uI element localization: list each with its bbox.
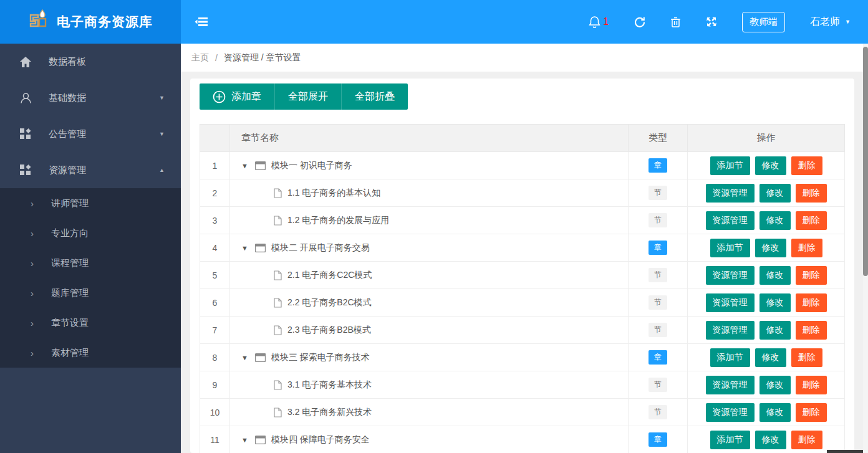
chapter-name: 3.1 电子商务基本技术 — [287, 379, 372, 391]
chapter-window-icon — [255, 244, 266, 252]
sidebar-item-lecturer-mgmt[interactable]: › 讲师管理 — [0, 188, 181, 218]
sidebar-item-basic-data[interactable]: 基础数据 ▼ — [0, 80, 181, 116]
edit-button[interactable]: 修改 — [760, 184, 791, 203]
delete-button[interactable]: 删除 — [796, 184, 827, 203]
delete-button[interactable]: 删除 — [791, 431, 822, 449]
table-row: 7 2.3 电子商务B2B模式 节 资 — [200, 317, 845, 344]
section-file-icon — [274, 216, 282, 226]
resource-manage-button[interactable]: 资源管理 — [706, 376, 755, 394]
user-icon — [19, 92, 32, 104]
horizontal-scrollbar-thumb[interactable] — [827, 450, 863, 453]
sidebar-item-chapter-settings[interactable]: › 章节设置 — [0, 308, 181, 338]
app-logo: 电子商务资源库 — [0, 0, 181, 44]
expand-all-button[interactable]: 全部展开 — [274, 83, 341, 110]
edit-button[interactable]: 修改 — [760, 321, 791, 340]
vertical-scrollbar[interactable] — [863, 44, 868, 453]
table-row: 5 2.1 电子商务C2C模式 节 资 — [200, 262, 845, 289]
sidebar-item-announcements[interactable]: 公告管理 ▼ — [0, 116, 181, 152]
sub-item-label: 章节设置 — [51, 317, 89, 329]
type-badge: 节 — [649, 378, 667, 392]
chevron-right-icon: › — [31, 258, 34, 269]
sidebar-item-dashboard[interactable]: 数据看板 — [0, 44, 181, 80]
sidebar-item-course-mgmt[interactable]: › 课程管理 — [0, 248, 181, 278]
chapter-window-icon — [255, 436, 266, 444]
header-actions: 1 教 — [589, 0, 868, 44]
resource-manage-button[interactable]: 资源管理 — [706, 211, 755, 230]
add-section-button[interactable]: 添加节 — [710, 431, 750, 449]
resource-manage-button[interactable]: 资源管理 — [706, 184, 755, 203]
delete-button[interactable]: 删除 — [796, 403, 827, 422]
chapter-window-icon — [255, 353, 266, 362]
edit-button[interactable]: 修改 — [755, 431, 786, 449]
delete-button[interactable]: 删除 — [791, 348, 822, 367]
row-actions: 资源管理修改删除 — [688, 371, 845, 399]
teacher-portal-button[interactable]: 教师端 — [742, 12, 785, 32]
fullscreen-icon[interactable] — [706, 16, 717, 27]
row-actions: 资源管理修改删除 — [688, 207, 845, 234]
sub-item-label: 讲师管理 — [51, 198, 89, 209]
edit-button[interactable]: 修改 — [755, 348, 786, 367]
chevron-right-icon: › — [31, 228, 34, 239]
sidebar-collapse-icon[interactable] — [181, 0, 222, 44]
add-chapter-label: 添加章 — [231, 90, 261, 103]
chapter-name: 模块一 初识电子商务 — [271, 160, 352, 171]
delete-button[interactable]: 删除 — [796, 321, 827, 340]
chevron-right-icon: › — [31, 348, 34, 358]
delete-button[interactable]: 删除 — [791, 239, 822, 257]
edit-button[interactable]: 修改 — [760, 403, 791, 422]
resource-manage-button[interactable]: 资源管理 — [706, 293, 755, 312]
resource-manage-button[interactable]: 资源管理 — [706, 321, 755, 340]
tree-collapse-icon[interactable]: ▼ — [241, 354, 248, 361]
trash-icon[interactable] — [670, 16, 681, 28]
collapse-all-button[interactable]: 全部折叠 — [341, 83, 408, 110]
type-badge: 节 — [649, 295, 667, 310]
delete-button[interactable]: 删除 — [791, 156, 822, 175]
tree-collapse-icon[interactable]: ▼ — [241, 162, 248, 169]
add-section-button[interactable]: 添加节 — [710, 156, 750, 175]
resource-manage-button[interactable]: 资源管理 — [706, 266, 755, 285]
edit-button[interactable]: 修改 — [760, 376, 791, 394]
resource-manage-button[interactable]: 资源管理 — [706, 403, 755, 422]
chapter-name: 2.1 电子商务C2C模式 — [287, 270, 372, 281]
tree-collapse-icon[interactable]: ▼ — [241, 436, 248, 444]
row-index: 4 — [200, 234, 230, 262]
scrollbar-thumb[interactable] — [863, 47, 868, 276]
edit-button[interactable]: 修改 — [760, 293, 791, 312]
logo-icon — [28, 9, 49, 35]
delete-button[interactable]: 删除 — [796, 266, 827, 285]
add-section-button[interactable]: 添加节 — [710, 348, 750, 367]
delete-button[interactable]: 删除 — [796, 293, 827, 312]
add-chapter-button[interactable]: 添加章 — [200, 83, 274, 110]
refresh-icon[interactable] — [634, 16, 645, 28]
section-file-icon — [274, 188, 282, 198]
table-row: 3 1.2 电子商务的发展与应用 节 — [200, 207, 845, 234]
table-row: 8 ▼ 模块三 探索电子商务技术 章 添 — [200, 344, 845, 371]
edit-button[interactable]: 修改 — [755, 239, 786, 257]
sidebar-item-major-direction[interactable]: › 专业方向 — [0, 218, 181, 248]
app-window: 电子商务资源库 1 — [0, 0, 868, 453]
tree-collapse-icon[interactable]: ▼ — [241, 244, 248, 252]
edit-button[interactable]: 修改 — [755, 156, 786, 175]
row-actions: 添加节修改删除 — [688, 344, 845, 371]
delete-button[interactable]: 删除 — [796, 376, 827, 394]
notification-bell-icon[interactable]: 1 — [589, 16, 609, 28]
table-row: 10 3.2 电子商务新兴技术 节 资 — [200, 399, 845, 426]
edit-button[interactable]: 修改 — [760, 211, 791, 230]
user-menu[interactable]: 石老师 ▼ — [810, 16, 851, 29]
row-index: 11 — [200, 426, 230, 453]
toolbar: 添加章 全部展开 全部折叠 — [200, 83, 845, 110]
table-row: 4 ▼ 模块二 开展电子商务交易 章 添 — [200, 234, 845, 262]
sidebar-item-question-bank[interactable]: › 题库管理 — [0, 278, 181, 308]
chapter-name: 2.3 电子商务B2B模式 — [287, 325, 371, 336]
breadcrumb-home-link[interactable]: 主页 — [191, 52, 209, 64]
sidebar-item-resources[interactable]: 资源管理 ▲ — [0, 152, 181, 188]
notification-count: 1 — [603, 16, 609, 27]
chapter-name: 模块四 保障电子商务安全 — [271, 434, 370, 446]
app-title: 电子商务资源库 — [57, 13, 153, 31]
sidebar-item-label: 公告管理 — [49, 128, 86, 140]
sidebar-item-material-mgmt[interactable]: › 素材管理 — [0, 338, 181, 368]
delete-button[interactable]: 删除 — [796, 211, 827, 230]
edit-button[interactable]: 修改 — [760, 266, 791, 285]
add-section-button[interactable]: 添加节 — [710, 239, 750, 257]
content-area: 添加章 全部展开 全部折叠 章节名称 类型 操作 — [181, 72, 868, 453]
